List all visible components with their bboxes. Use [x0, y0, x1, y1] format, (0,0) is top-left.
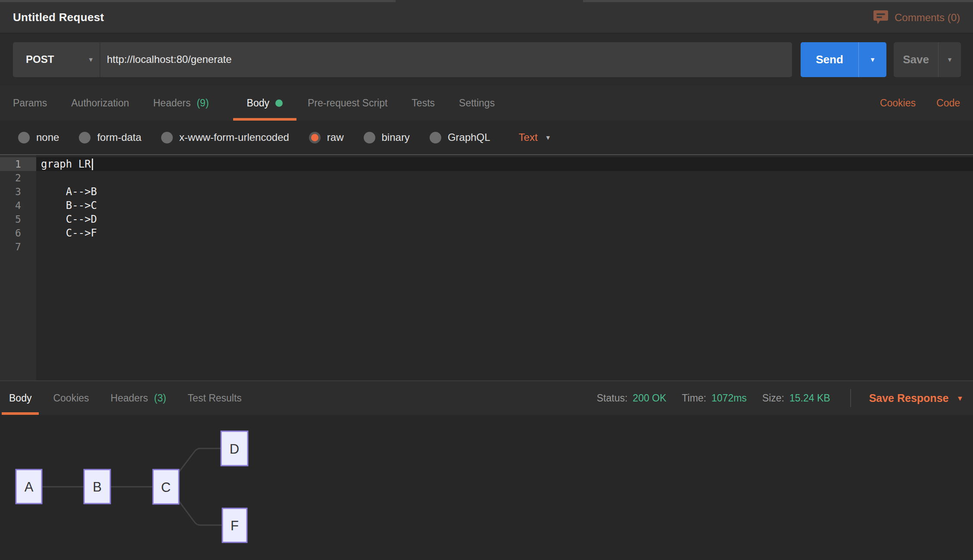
send-options-button[interactable]: ▾	[859, 42, 886, 77]
graph-edge-C-F	[179, 501, 222, 525]
save-response-caret-icon: ▾	[958, 395, 962, 402]
response-header: Body Cookies Headers (3) Test Results St…	[0, 380, 973, 415]
response-meta: Status: 200 OK Time: 1072ms Size: 15.24 …	[581, 381, 973, 415]
code-line: 7	[0, 240, 973, 254]
graph-node-A: A	[16, 470, 42, 504]
size-label: Size:	[762, 392, 784, 404]
body-mode-none[interactable]: none	[18, 131, 59, 143]
status-pair: Status: 200 OK	[597, 392, 667, 404]
svg-text:C: C	[161, 480, 171, 495]
tab-params[interactable]: Params	[13, 85, 47, 121]
svg-text:F: F	[231, 518, 239, 533]
radio-icon	[18, 132, 30, 143]
save-options-button[interactable]: ▾	[939, 42, 961, 77]
response-tab-test-results[interactable]: Test Results	[188, 381, 242, 415]
code-line: 4 B-->C	[0, 199, 973, 212]
response-body: ABCDF	[0, 415, 973, 559]
raw-format-value: Text	[519, 131, 538, 143]
url-box: POST ▾ http://localhost:80/generate	[13, 42, 792, 77]
response-tab-cookies[interactable]: Cookies	[53, 381, 89, 415]
response-tab-body[interactable]: Body	[2, 381, 39, 415]
cookies-link[interactable]: Cookies	[880, 85, 916, 121]
window-tab-strip	[0, 0, 973, 2]
method-select[interactable]: POST ▾	[13, 42, 100, 77]
tabs-spacer	[519, 85, 859, 121]
code-link[interactable]: Code	[936, 85, 960, 121]
body-mode-raw[interactable]: raw	[309, 131, 344, 143]
send-caret-icon: ▾	[871, 56, 875, 63]
graph-node-D: D	[221, 431, 248, 466]
status-label: Status:	[597, 392, 628, 404]
response-tab-headers[interactable]: Headers (3)	[111, 381, 166, 415]
radio-icon	[364, 132, 375, 143]
comment-icon	[873, 10, 888, 25]
text-cursor	[92, 159, 93, 170]
tab-body[interactable]: Body	[233, 85, 296, 121]
tab-authorization[interactable]: Authorization	[71, 85, 129, 121]
svg-text:D: D	[230, 442, 239, 457]
raw-format-select[interactable]: Text ▾	[519, 131, 550, 143]
size-pair: Size: 15.24 KB	[762, 392, 830, 404]
code-line: 6 C-->F	[0, 226, 973, 240]
tab-pre-request-script[interactable]: Pre-request Script	[308, 85, 387, 121]
time-value: 1072ms	[711, 392, 747, 404]
headers-count-badge: (9)	[196, 97, 209, 109]
size-value: 15.24 KB	[789, 392, 830, 404]
code-line: 1 graph LR	[0, 157, 973, 171]
radio-icon	[430, 132, 441, 143]
url-input[interactable]: http://localhost:80/generate	[100, 42, 232, 77]
tab-tests[interactable]: Tests	[412, 85, 435, 121]
graph-node-B: B	[84, 470, 110, 504]
response-graph: ABCDF	[0, 415, 973, 559]
comments-button[interactable]: Comments (0)	[873, 10, 960, 25]
comments-label: Comments (0)	[895, 12, 960, 24]
send-button-group: Send ▾	[801, 42, 886, 77]
time-label: Time:	[682, 392, 706, 404]
body-mode-graphql[interactable]: GraphQL	[430, 131, 490, 143]
format-caret-icon: ▾	[546, 134, 550, 141]
active-tab-notch	[396, 0, 583, 2]
radio-icon	[161, 132, 173, 143]
graph-node-C: C	[153, 470, 179, 504]
radio-selected-icon	[309, 132, 321, 143]
request-header: Untitled Request Comments (0)	[0, 2, 973, 34]
request-title: Untitled Request	[13, 11, 104, 24]
method-label: POST	[26, 53, 54, 65]
graph-node-F: F	[222, 508, 247, 542]
time-pair: Time: 1072ms	[682, 392, 746, 404]
request-tabs: Params Authorization Headers (9) Body Pr…	[0, 85, 973, 121]
body-mode-bar: none form-data x-www-form-urlencoded raw…	[0, 121, 973, 154]
editor-lines: 1 graph LR 2 3 A-->B 4 B-->C 5 C-->D 6 C…	[0, 155, 973, 254]
body-mode-binary[interactable]: binary	[364, 131, 410, 143]
raw-body-editor[interactable]: 1 graph LR 2 3 A-->B 4 B-->C 5 C-->D 6 C…	[0, 154, 973, 380]
code-line: 5 C-->D	[0, 212, 973, 226]
body-mode-x-www-form-urlencoded[interactable]: x-www-form-urlencoded	[161, 131, 289, 143]
request-bar: POST ▾ http://localhost:80/generate Send…	[0, 34, 973, 85]
code-line: 2	[0, 171, 973, 185]
save-button[interactable]: Save	[894, 42, 939, 77]
meta-divider	[850, 389, 851, 407]
save-caret-icon: ▾	[948, 56, 952, 63]
save-button-group: Save ▾	[894, 42, 961, 77]
method-caret-icon: ▾	[89, 56, 93, 63]
response-headers-count-badge: (3)	[154, 392, 166, 404]
tab-settings[interactable]: Settings	[459, 85, 495, 121]
svg-text:B: B	[93, 479, 102, 495]
body-mode-form-data[interactable]: form-data	[79, 131, 141, 143]
send-button[interactable]: Send	[801, 42, 859, 77]
body-filled-dot-icon	[275, 100, 283, 107]
tab-headers[interactable]: Headers (9)	[153, 85, 209, 121]
code-line: 3 A-->B	[0, 185, 973, 199]
status-value: 200 OK	[633, 392, 666, 404]
save-response-button[interactable]: Save Response ▾	[869, 392, 962, 404]
svg-text:A: A	[25, 479, 34, 495]
graph-edge-C-D	[179, 448, 221, 472]
radio-icon	[79, 132, 90, 143]
